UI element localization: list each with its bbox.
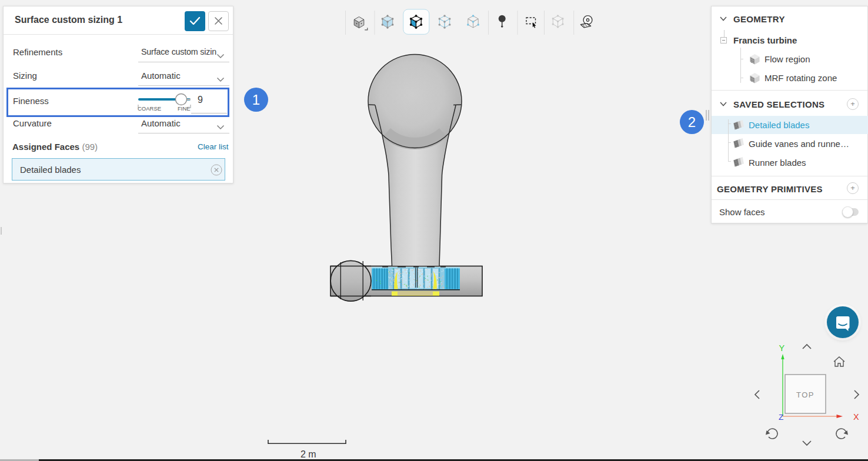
svg-text:COARSE: COARSE: [138, 105, 161, 112]
svg-text:TOP: TOP: [796, 390, 814, 399]
svg-text:X: X: [853, 412, 859, 422]
svg-text:Z: Z: [779, 413, 783, 422]
svg-text:FINE: FINE: [178, 105, 191, 112]
svg-text:Y: Y: [779, 343, 785, 353]
svg-text:2 m: 2 m: [301, 449, 316, 459]
